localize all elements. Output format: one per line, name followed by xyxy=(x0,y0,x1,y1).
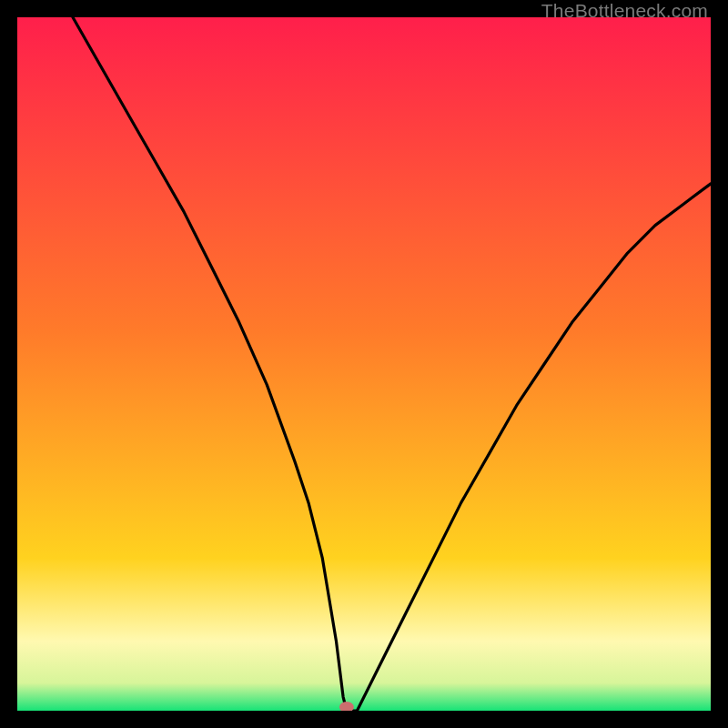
gradient-bg xyxy=(17,17,711,711)
chart-frame xyxy=(17,17,711,711)
watermark-text: TheBottleneck.com xyxy=(541,0,708,22)
chart-svg xyxy=(17,17,711,711)
